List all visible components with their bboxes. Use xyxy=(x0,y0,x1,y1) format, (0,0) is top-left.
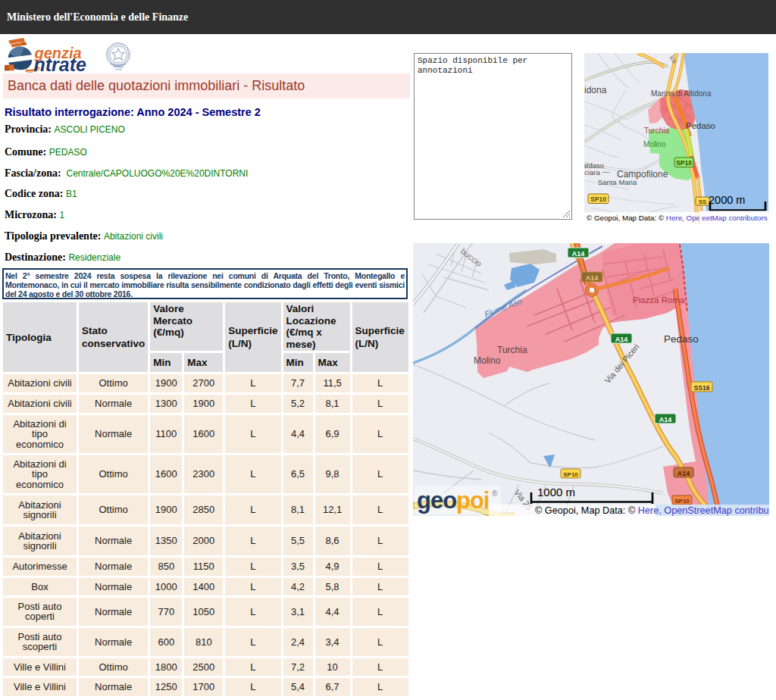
svg-text:Molino: Molino xyxy=(474,355,501,366)
svg-text:—: — xyxy=(602,167,610,176)
svg-text:®: ® xyxy=(492,489,498,498)
svg-text:ntrate: ntrate xyxy=(34,54,87,75)
svg-text:A14: A14 xyxy=(615,336,628,343)
svg-text:poi: poi xyxy=(456,487,490,514)
svg-text:Turchia: Turchia xyxy=(497,345,527,355)
svg-text:A14: A14 xyxy=(586,274,599,282)
svg-text:Marina di Altidona: Marina di Altidona xyxy=(651,89,712,98)
svg-text:iciara: iciara xyxy=(584,168,600,177)
svg-text:SP10: SP10 xyxy=(674,498,690,505)
svg-text:Turchia: Turchia xyxy=(644,127,669,135)
svg-text:SP10: SP10 xyxy=(563,471,578,478)
svg-text:Pedaso: Pedaso xyxy=(664,333,699,345)
svg-text:eetMap contributors: eetMap contributors xyxy=(702,214,768,222)
svg-text:SP10: SP10 xyxy=(676,159,692,167)
svg-text:© Geopoi, Map Data: © Here, Op: © Geopoi, Map Data: © Here, OpenStreetMa… xyxy=(535,505,769,516)
svg-text:A14: A14 xyxy=(572,250,585,258)
svg-text:2000 m: 2000 m xyxy=(709,194,745,206)
svg-text:geo: geo xyxy=(417,487,456,514)
svg-text:SS16: SS16 xyxy=(694,384,710,392)
svg-text:Piazza Roma: Piazza Roma xyxy=(633,295,685,305)
svg-text:1000 m: 1000 m xyxy=(537,486,575,498)
svg-text:A14: A14 xyxy=(659,416,672,423)
svg-text:Molino: Molino xyxy=(643,140,666,148)
svg-text:SS: SS xyxy=(699,198,707,205)
svg-text:A14: A14 xyxy=(677,470,690,477)
svg-text:Pedaso: Pedaso xyxy=(686,121,715,130)
svg-text:Santa Maria: Santa Maria xyxy=(598,178,637,186)
svg-text:SP10: SP10 xyxy=(590,195,606,203)
svg-text:idona: idona xyxy=(584,85,607,95)
